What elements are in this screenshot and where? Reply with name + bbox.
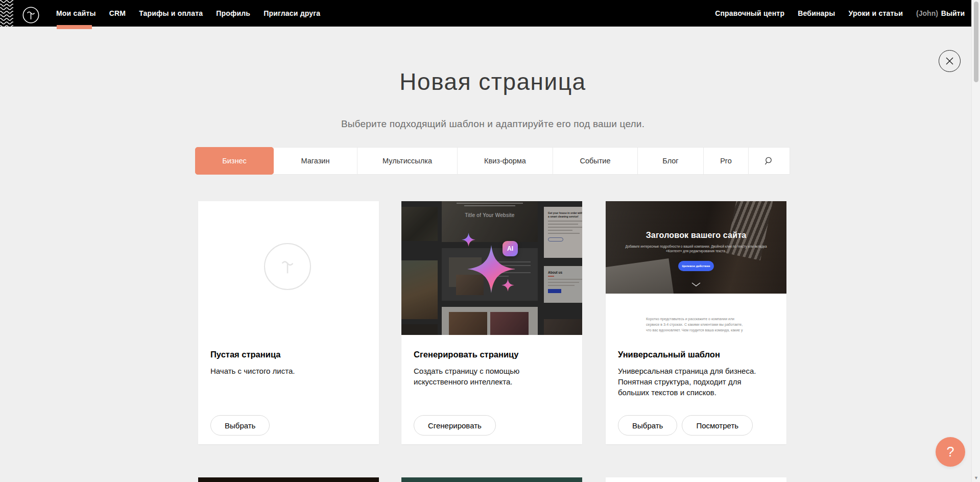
tab-multilink[interactable]: Мультиссылка <box>357 147 458 175</box>
tilda-watermark-icon <box>264 243 311 290</box>
tab-event[interactable]: Событие <box>553 147 638 175</box>
blank-template-preview[interactable] <box>198 201 379 335</box>
next-row-card-preview[interactable] <box>198 477 379 482</box>
page-subtitle: Выберите подходящий шаблон и адаптируйте… <box>195 118 791 130</box>
tab-quiz-form[interactable]: Квиз-форма <box>458 147 553 175</box>
nav-item-plans[interactable]: Тарифы и оплата <box>139 0 203 27</box>
choose-button[interactable]: Выбрать <box>210 415 270 436</box>
next-row-card-preview[interactable] <box>401 477 582 482</box>
card-description: Универсальная страница для бизнеса. Поня… <box>618 366 774 398</box>
generate-button[interactable]: Сгенерировать <box>414 415 496 436</box>
tab-pro[interactable]: Pro <box>704 147 749 175</box>
mini-landing-hero: Заголовок вашего сайта Добавьте интересн… <box>606 201 786 294</box>
close-button[interactable] <box>939 50 961 72</box>
card-description: Создать страницу с помощью искусственног… <box>414 366 570 387</box>
card-title: Универсальный шаблон <box>618 350 774 359</box>
nav-logout-link[interactable]: Выйти <box>941 9 965 17</box>
close-icon <box>945 57 954 65</box>
tab-search[interactable] <box>749 147 790 175</box>
ai-sparkle-pink-icon <box>501 279 514 292</box>
nav-item-my-sites[interactable]: Мои сайты <box>56 0 96 27</box>
scroll-down-arrow-icon[interactable]: ▼ <box>974 475 978 480</box>
nav-item-invite-friend[interactable]: Пригласи друга <box>264 0 320 27</box>
question-icon: ? <box>946 444 954 460</box>
mini-hero-title: Заголовок вашего сайта <box>606 231 786 240</box>
search-icon <box>764 156 774 165</box>
ai-template-preview[interactable]: Title of Your Website Get your house in … <box>401 201 582 335</box>
page-scrollbar: ▼ <box>971 0 980 482</box>
nav-item-help-center[interactable]: Справочный центр <box>715 0 784 27</box>
template-category-tabs: Бизнес Магазин Мультиссылка Квиз-форма С… <box>195 147 790 175</box>
preview-button[interactable]: Посмотреть <box>682 415 753 436</box>
mini-cta-button: Целевое действие <box>678 261 714 271</box>
top-navbar: Мои сайты CRM Тарифы и оплата Профиль Пр… <box>0 0 980 27</box>
card-title: Сгенерировать страницу <box>414 350 570 359</box>
next-row-card-preview[interactable] <box>606 477 786 482</box>
nav-secondary-menu: Справочный центр Вебинары Уроки и статьи… <box>715 0 965 27</box>
choose-button[interactable]: Выбрать <box>618 415 677 436</box>
tab-business[interactable]: Бизнес <box>195 147 274 175</box>
universal-template-preview[interactable]: Заголовок вашего сайта Добавьте интересн… <box>606 201 786 335</box>
card-title: Пустая страница <box>210 350 367 359</box>
tab-store[interactable]: Магазин <box>274 147 357 175</box>
ai-sparkle-small-icon <box>462 233 475 247</box>
ai-badge: AI <box>503 241 518 256</box>
scrollbar-thumb[interactable] <box>974 2 978 82</box>
template-card-universal: Заголовок вашего сайта Добавьте интересн… <box>606 201 786 444</box>
nav-item-lessons[interactable]: Уроки и статьи <box>849 0 903 27</box>
nav-user-area: (John)Выйти <box>916 9 965 17</box>
mini-body-text: Коротко представьтесь и расскажите о ком… <box>646 316 746 335</box>
template-card-ai-generate: Title of Your Website Get your house in … <box>401 201 582 444</box>
tilda-logo-icon[interactable] <box>22 7 39 23</box>
mini-landing-body: Коротко представьтесь и расскажите о ком… <box>606 294 786 335</box>
nav-main-menu: Мои сайты CRM Тарифы и оплата Профиль Пр… <box>56 0 320 27</box>
card-description: Начать с чистого листа. <box>210 366 367 376</box>
chevron-down-icon <box>691 282 701 287</box>
zigzag-pattern-icon <box>0 0 13 27</box>
help-button[interactable]: ? <box>936 437 965 467</box>
template-card-blank: Пустая страница Начать с чистого листа. … <box>198 201 379 444</box>
nav-item-profile[interactable]: Профиль <box>216 0 250 27</box>
nav-item-webinars[interactable]: Вебинары <box>798 0 835 27</box>
tab-blog[interactable]: Блог <box>638 147 704 175</box>
nav-username: (John) <box>916 9 938 17</box>
nav-item-crm[interactable]: CRM <box>109 0 126 27</box>
mini-hero-subtitle: Добавьте интересные подробности о вашей … <box>625 244 768 253</box>
page-title: Новая страница <box>195 68 791 95</box>
